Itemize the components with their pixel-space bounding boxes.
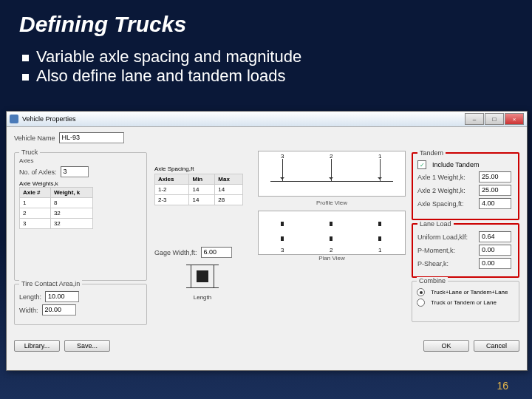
- plan-view: 3 2 1: [258, 211, 406, 255]
- axle-spacing-label: Axle Spacing,ft: [154, 166, 250, 172]
- plan-view-label: Plan View: [258, 255, 406, 262]
- table-row: 2-31428: [155, 195, 243, 205]
- gage-width-input[interactable]: 6.00: [201, 247, 232, 258]
- bullet-icon: [22, 55, 29, 61]
- axle-spacing-table[interactable]: AxlesMinMax 1-21414 2-31428: [154, 174, 243, 205]
- bullet-2: Also define lane and tandem loads: [22, 66, 517, 86]
- load-arrow-icon: [282, 159, 283, 181]
- load-arrow-icon: [331, 159, 332, 181]
- app-icon: [10, 115, 18, 123]
- page-number: 16: [497, 380, 508, 392]
- axle-weights-table[interactable]: Axle #Weight, k 18 232 332: [19, 187, 93, 229]
- vehicle-name-input[interactable]: HL-93: [59, 132, 124, 143]
- tire-length-label: Length:: [19, 293, 41, 301]
- axle-weights-label: Axle Weights,k: [19, 180, 142, 187]
- no-axles-label: No. of Axles:: [19, 168, 57, 176]
- profile-view: 3 2 1: [258, 151, 406, 197]
- profile-view-label: Profile View: [258, 200, 406, 206]
- close-button[interactable]: ×: [505, 113, 524, 125]
- tire-width-label: Width:: [19, 307, 38, 314]
- gage-width-label: Gage Width,ft:: [154, 249, 197, 256]
- combine-opt1-radio[interactable]: [417, 288, 425, 296]
- save-button[interactable]: Save...: [64, 340, 110, 352]
- table-row: 18: [20, 198, 93, 208]
- library-button[interactable]: Library...: [14, 340, 60, 352]
- include-tandem-checkbox[interactable]: ✓: [417, 160, 426, 169]
- tandem-sp-input[interactable]: 4.00: [479, 198, 511, 209]
- lane-uniform-input[interactable]: 0.64: [479, 231, 511, 242]
- table-row: 332: [20, 219, 93, 229]
- bullet-icon: [22, 74, 29, 81]
- titlebar[interactable]: Vehicle Properties – □ ×: [7, 112, 527, 127]
- lane-group: Lane Load: [417, 220, 454, 228]
- dialog-title: Vehicle Properties: [22, 115, 76, 123]
- tire-length-input[interactable]: 10.00: [45, 291, 79, 302]
- table-row: 232: [20, 208, 93, 219]
- table-row: 1-21414: [155, 185, 243, 195]
- tandem-group: Tandem: [417, 149, 446, 157]
- tire-width-input[interactable]: 20.00: [42, 304, 76, 316]
- slide-title: Defining Trucks: [19, 12, 517, 37]
- tandem-a1-input[interactable]: 25.00: [479, 171, 511, 183]
- include-tandem-label: Include Tandem: [432, 161, 479, 168]
- load-arrow-icon: [380, 159, 381, 181]
- lane-moment-input[interactable]: 0.00: [479, 245, 511, 256]
- cancel-button[interactable]: Cancel: [474, 340, 519, 352]
- bullet-1: Variable axle spacing and magnitude: [22, 47, 517, 66]
- no-axles-input[interactable]: 3: [61, 166, 89, 177]
- combine-group: Combine: [417, 277, 448, 284]
- vehicle-name-label: Vehicle Name: [14, 134, 55, 142]
- lane-shear-input[interactable]: 0.00: [479, 258, 511, 269]
- truck-group: Truck: [19, 149, 40, 156]
- minimize-button[interactable]: –: [465, 113, 484, 125]
- vehicle-properties-dialog: Vehicle Properties – □ × Vehicle Name HL…: [6, 111, 528, 371]
- axles-label: Axles: [19, 157, 142, 164]
- tandem-a2-input[interactable]: 25.00: [479, 185, 511, 196]
- maximize-button[interactable]: □: [485, 113, 504, 125]
- tire-group: Tire Contact Area,in: [19, 280, 82, 287]
- axle-diagram: [186, 260, 219, 293]
- combine-opt2-radio[interactable]: [417, 299, 425, 307]
- ok-button[interactable]: OK: [423, 340, 469, 352]
